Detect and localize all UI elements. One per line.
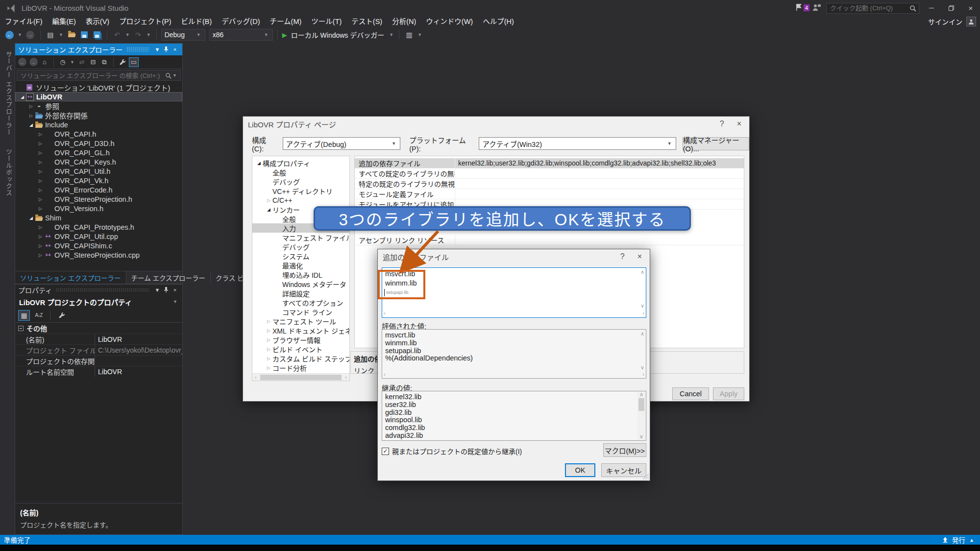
tree-row[interactable]: OVR_ErrorCode.h — [15, 185, 182, 194]
tree-row[interactable]: 構成プロパティ — [252, 158, 349, 168]
sync-with-active-document-icon[interactable]: ⇄ — [77, 57, 87, 67]
notifications-flag-icon[interactable]: 4 — [795, 3, 808, 14]
expander-icon[interactable] — [37, 206, 44, 211]
scroll-down-icon[interactable]: ∨ — [640, 303, 644, 309]
menu-item[interactable]: 表示(V) — [81, 16, 114, 27]
ok-button[interactable]: OK — [565, 463, 595, 477]
help-icon[interactable]: ? — [620, 252, 625, 261]
categorized-view-button[interactable]: ▦ — [18, 310, 30, 321]
navigate-forward-button[interactable]: → — [25, 29, 36, 40]
pin-icon[interactable] — [162, 47, 171, 52]
tree-row[interactable]: ビルド イベント — [252, 344, 349, 354]
solution-scope-button[interactable]: ▥ — [404, 29, 415, 40]
menu-item[interactable]: テスト(S) — [346, 16, 387, 27]
tree-row[interactable]: マニフェスト ツール — [252, 316, 349, 326]
tree-row[interactable]: Include — [15, 120, 182, 129]
solution-search-field[interactable] — [20, 72, 165, 80]
properties-object-select[interactable]: LibOVR プロジェクトのプロパティ ▼ — [15, 295, 182, 308]
scrollbar-thumb[interactable] — [260, 375, 342, 380]
horizontal-scrollbar[interactable]: ‹ › — [252, 373, 349, 381]
scroll-up-icon[interactable]: ∧ — [640, 269, 644, 275]
inherit-checkbox-row[interactable]: ✓ 親またはプロジェクトの既定値から継承(I) — [382, 446, 522, 456]
inherit-checkbox[interactable]: ✓ — [382, 448, 389, 455]
properties-wrench-icon[interactable] — [118, 57, 127, 67]
property-row[interactable]: プロジェクト ファイル C:\Users\yokol\Desktop\ovr_s… — [15, 344, 182, 355]
collapse-all-icon[interactable]: ⊟ — [88, 57, 98, 67]
tree-row[interactable]: デバッグ — [252, 242, 349, 251]
tree-row[interactable]: OVR_CAPI_Util.cpp — [15, 232, 182, 241]
expander-icon[interactable] — [37, 234, 44, 239]
expander-icon[interactable] — [37, 132, 44, 137]
preview-selected-items-toggle[interactable]: ▭ — [129, 57, 139, 67]
grid-row[interactable]: モジュール定義ファイル — [355, 189, 744, 199]
properties-header[interactable]: プロパティ ▼ × — [15, 285, 182, 295]
expander-icon[interactable] — [255, 161, 263, 166]
solution-explorer-header[interactable]: ソリューション エクスプローラー ▼ × — [15, 44, 182, 55]
se-back-button[interactable]: ← — [17, 57, 27, 67]
tree-row[interactable]: デバッグ — [252, 177, 349, 186]
back-dropdown-icon[interactable]: ▼ — [18, 32, 22, 37]
pending-changes-filter-icon[interactable]: ◷ — [58, 57, 68, 67]
expander-icon[interactable] — [19, 95, 26, 99]
dialog-cancel-button[interactable]: キャンセル — [601, 463, 646, 477]
expander-icon[interactable] — [265, 356, 272, 361]
tree-row[interactable]: コマンド ライン — [252, 307, 349, 316]
close-panel-icon[interactable]: × — [171, 287, 179, 293]
panel-tab[interactable]: チーム エクスプローラー — [126, 271, 211, 284]
tree-row[interactable]: カスタム ビルド ステップ — [252, 354, 349, 363]
close-icon[interactable]: × — [637, 252, 642, 261]
save-button[interactable] — [79, 29, 90, 40]
close-button[interactable]: × — [963, 2, 978, 15]
redo-dropdown-icon[interactable]: ▼ — [147, 32, 151, 37]
expander-icon[interactable] — [265, 365, 272, 370]
tree-row[interactable]: OVR_Version.h — [15, 204, 182, 213]
tree-row[interactable]: 参照 — [15, 101, 182, 111]
window-position-icon[interactable]: ▼ — [153, 287, 162, 293]
navigate-back-button[interactable]: ← — [4, 29, 15, 40]
macros-button[interactable]: マクロ(M)>> — [603, 443, 646, 457]
run-dropdown-icon[interactable]: ▼ — [389, 32, 393, 37]
menu-item[interactable]: 分析(N) — [387, 16, 421, 27]
expander-icon[interactable] — [37, 188, 44, 192]
close-panel-icon[interactable]: × — [171, 47, 179, 52]
expander-icon[interactable] — [37, 141, 44, 146]
tree-row[interactable]: OVR_StereoProjection.cpp — [15, 250, 182, 260]
tree-row[interactable]: OVR_CAPI_GL.h — [15, 148, 182, 157]
tree-row[interactable]: 全般 — [252, 168, 349, 177]
quick-launch-input[interactable] — [826, 3, 919, 14]
minimize-button[interactable] — [924, 2, 939, 15]
scroll-left-icon[interactable]: ‹ — [384, 311, 386, 316]
grid-row[interactable]: すべての既定のライブラリの無視 — [355, 168, 744, 179]
restore-button[interactable] — [944, 2, 958, 15]
scrollbar-thumb[interactable] — [638, 398, 644, 411]
grid-row-value[interactable]: kernel32.lib;user32.lib;gdi32.lib;winspo… — [455, 159, 744, 167]
tree-row[interactable]: システム — [252, 251, 349, 261]
expander-icon[interactable] — [265, 328, 272, 333]
property-category-row[interactable]: − その他 — [15, 323, 182, 334]
tree-row[interactable]: Windows メタデータ — [252, 279, 349, 288]
se-forward-button[interactable]: → — [28, 57, 38, 67]
expander-icon[interactable] — [37, 160, 44, 165]
tree-row[interactable]: OVR_CAPI_Vk.h — [15, 176, 182, 185]
platform-select[interactable]: アクティブ(Win32)▼ — [479, 137, 676, 150]
tree-row[interactable]: OVR_CAPI.h — [15, 129, 182, 139]
tree-row[interactable]: コード分析 — [252, 363, 349, 372]
menu-item[interactable]: ツール(T) — [306, 16, 346, 27]
menu-item[interactable]: 編集(E) — [48, 16, 81, 27]
configuration-select[interactable]: アクティブ(Debug)▼ — [283, 137, 401, 150]
scroll-right-icon[interactable]: › — [642, 311, 644, 316]
cancel-button[interactable]: Cancel — [672, 387, 709, 400]
side-tab[interactable]: サーバー エクスプローラー — [4, 46, 13, 141]
property-value[interactable]: C:\Users\yokol\Desktop\ovr_sc — [95, 345, 182, 355]
help-icon[interactable]: ? — [720, 120, 724, 128]
dialog-titlebar[interactable]: LibOVR プロパティ ページ ? × — [243, 117, 749, 131]
expander-icon[interactable] — [265, 347, 272, 352]
expander-icon[interactable] — [37, 150, 44, 155]
new-dropdown-icon[interactable]: ▼ — [59, 32, 63, 37]
scope-dropdown-icon[interactable]: ▼ — [417, 32, 422, 37]
menu-item[interactable]: ウィンドウ(W) — [421, 16, 478, 27]
property-value[interactable] — [95, 356, 182, 366]
tree-row[interactable]: OVR_CAPI_Keys.h — [15, 157, 182, 167]
tree-row[interactable]: 詳細設定 — [252, 288, 349, 298]
expander-icon[interactable] — [265, 337, 272, 342]
